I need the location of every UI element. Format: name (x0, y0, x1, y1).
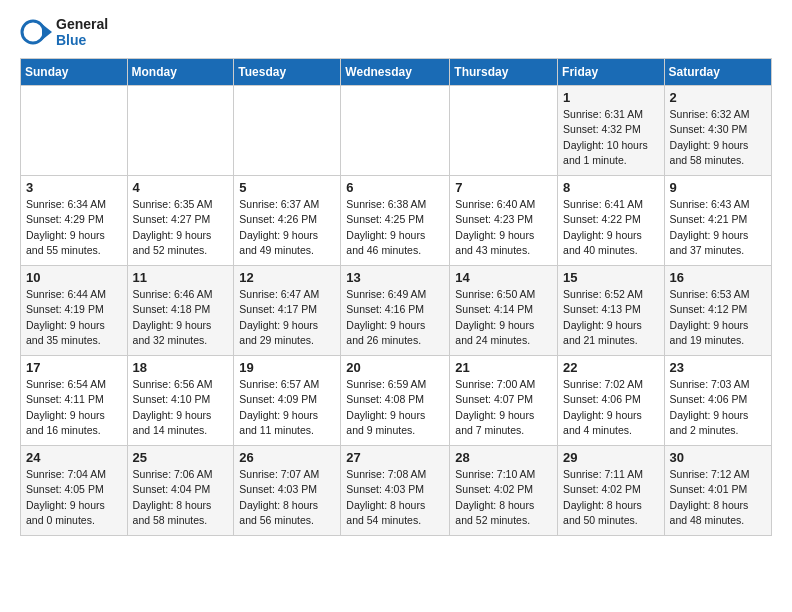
calendar-cell: 27Sunrise: 7:08 AMSunset: 4:03 PMDayligh… (341, 446, 450, 536)
day-number: 11 (133, 270, 229, 285)
calendar-cell: 11Sunrise: 6:46 AMSunset: 4:18 PMDayligh… (127, 266, 234, 356)
day-header-sunday: Sunday (21, 59, 128, 86)
day-number: 12 (239, 270, 335, 285)
calendar-cell: 10Sunrise: 6:44 AMSunset: 4:19 PMDayligh… (21, 266, 128, 356)
calendar-cell: 29Sunrise: 7:11 AMSunset: 4:02 PMDayligh… (558, 446, 665, 536)
calendar-cell: 19Sunrise: 6:57 AMSunset: 4:09 PMDayligh… (234, 356, 341, 446)
day-number: 28 (455, 450, 552, 465)
day-info: Sunrise: 6:43 AMSunset: 4:21 PMDaylight:… (670, 197, 766, 258)
svg-point-0 (22, 21, 44, 43)
day-info: Sunrise: 6:52 AMSunset: 4:13 PMDaylight:… (563, 287, 659, 348)
calendar-cell (21, 86, 128, 176)
day-number: 15 (563, 270, 659, 285)
day-info: Sunrise: 6:40 AMSunset: 4:23 PMDaylight:… (455, 197, 552, 258)
day-info: Sunrise: 7:10 AMSunset: 4:02 PMDaylight:… (455, 467, 552, 528)
calendar-cell: 5Sunrise: 6:37 AMSunset: 4:26 PMDaylight… (234, 176, 341, 266)
calendar-cell: 22Sunrise: 7:02 AMSunset: 4:06 PMDayligh… (558, 356, 665, 446)
day-info: Sunrise: 6:49 AMSunset: 4:16 PMDaylight:… (346, 287, 444, 348)
day-number: 9 (670, 180, 766, 195)
day-header-wednesday: Wednesday (341, 59, 450, 86)
calendar-cell: 23Sunrise: 7:03 AMSunset: 4:06 PMDayligh… (664, 356, 771, 446)
calendar-cell: 24Sunrise: 7:04 AMSunset: 4:05 PMDayligh… (21, 446, 128, 536)
logo-svg (20, 16, 52, 48)
day-number: 14 (455, 270, 552, 285)
day-number: 23 (670, 360, 766, 375)
calendar-week-4: 24Sunrise: 7:04 AMSunset: 4:05 PMDayligh… (21, 446, 772, 536)
day-header-thursday: Thursday (450, 59, 558, 86)
day-info: Sunrise: 7:11 AMSunset: 4:02 PMDaylight:… (563, 467, 659, 528)
day-info: Sunrise: 6:41 AMSunset: 4:22 PMDaylight:… (563, 197, 659, 258)
day-info: Sunrise: 7:12 AMSunset: 4:01 PMDaylight:… (670, 467, 766, 528)
calendar-cell: 25Sunrise: 7:06 AMSunset: 4:04 PMDayligh… (127, 446, 234, 536)
calendar-cell: 3Sunrise: 6:34 AMSunset: 4:29 PMDaylight… (21, 176, 128, 266)
day-info: Sunrise: 6:53 AMSunset: 4:12 PMDaylight:… (670, 287, 766, 348)
day-info: Sunrise: 6:34 AMSunset: 4:29 PMDaylight:… (26, 197, 122, 258)
day-info: Sunrise: 6:54 AMSunset: 4:11 PMDaylight:… (26, 377, 122, 438)
day-header-tuesday: Tuesday (234, 59, 341, 86)
day-info: Sunrise: 7:08 AMSunset: 4:03 PMDaylight:… (346, 467, 444, 528)
calendar-cell: 13Sunrise: 6:49 AMSunset: 4:16 PMDayligh… (341, 266, 450, 356)
day-number: 18 (133, 360, 229, 375)
logo-blue: Blue (56, 32, 108, 48)
calendar-week-1: 3Sunrise: 6:34 AMSunset: 4:29 PMDaylight… (21, 176, 772, 266)
day-number: 22 (563, 360, 659, 375)
calendar-cell: 20Sunrise: 6:59 AMSunset: 4:08 PMDayligh… (341, 356, 450, 446)
day-info: Sunrise: 6:44 AMSunset: 4:19 PMDaylight:… (26, 287, 122, 348)
calendar-cell: 8Sunrise: 6:41 AMSunset: 4:22 PMDaylight… (558, 176, 665, 266)
day-number: 24 (26, 450, 122, 465)
day-info: Sunrise: 6:46 AMSunset: 4:18 PMDaylight:… (133, 287, 229, 348)
day-info: Sunrise: 6:59 AMSunset: 4:08 PMDaylight:… (346, 377, 444, 438)
calendar-cell: 28Sunrise: 7:10 AMSunset: 4:02 PMDayligh… (450, 446, 558, 536)
page: General Blue SundayMondayTuesdayWednesda… (0, 0, 792, 546)
day-info: Sunrise: 6:35 AMSunset: 4:27 PMDaylight:… (133, 197, 229, 258)
day-number: 17 (26, 360, 122, 375)
day-number: 20 (346, 360, 444, 375)
day-info: Sunrise: 6:38 AMSunset: 4:25 PMDaylight:… (346, 197, 444, 258)
calendar-table: SundayMondayTuesdayWednesdayThursdayFrid… (20, 58, 772, 536)
day-info: Sunrise: 6:31 AMSunset: 4:32 PMDaylight:… (563, 107, 659, 168)
calendar-cell: 1Sunrise: 6:31 AMSunset: 4:32 PMDaylight… (558, 86, 665, 176)
day-number: 19 (239, 360, 335, 375)
day-number: 13 (346, 270, 444, 285)
day-number: 8 (563, 180, 659, 195)
day-info: Sunrise: 6:37 AMSunset: 4:26 PMDaylight:… (239, 197, 335, 258)
calendar-cell: 14Sunrise: 6:50 AMSunset: 4:14 PMDayligh… (450, 266, 558, 356)
logo-container: General Blue (20, 16, 108, 48)
calendar-week-0: 1Sunrise: 6:31 AMSunset: 4:32 PMDaylight… (21, 86, 772, 176)
day-number: 16 (670, 270, 766, 285)
calendar-cell (450, 86, 558, 176)
day-number: 21 (455, 360, 552, 375)
calendar-cell: 9Sunrise: 6:43 AMSunset: 4:21 PMDaylight… (664, 176, 771, 266)
logo: General Blue (20, 16, 108, 48)
calendar-cell: 26Sunrise: 7:07 AMSunset: 4:03 PMDayligh… (234, 446, 341, 536)
day-number: 2 (670, 90, 766, 105)
day-number: 29 (563, 450, 659, 465)
day-info: Sunrise: 7:07 AMSunset: 4:03 PMDaylight:… (239, 467, 335, 528)
calendar-cell: 4Sunrise: 6:35 AMSunset: 4:27 PMDaylight… (127, 176, 234, 266)
calendar-cell: 17Sunrise: 6:54 AMSunset: 4:11 PMDayligh… (21, 356, 128, 446)
day-number: 27 (346, 450, 444, 465)
calendar-cell: 30Sunrise: 7:12 AMSunset: 4:01 PMDayligh… (664, 446, 771, 536)
day-info: Sunrise: 6:32 AMSunset: 4:30 PMDaylight:… (670, 107, 766, 168)
day-number: 3 (26, 180, 122, 195)
day-number: 6 (346, 180, 444, 195)
svg-marker-1 (42, 24, 52, 40)
day-info: Sunrise: 6:47 AMSunset: 4:17 PMDaylight:… (239, 287, 335, 348)
day-info: Sunrise: 6:57 AMSunset: 4:09 PMDaylight:… (239, 377, 335, 438)
day-number: 7 (455, 180, 552, 195)
day-header-monday: Monday (127, 59, 234, 86)
day-number: 30 (670, 450, 766, 465)
day-number: 1 (563, 90, 659, 105)
calendar-cell: 21Sunrise: 7:00 AMSunset: 4:07 PMDayligh… (450, 356, 558, 446)
calendar-cell: 16Sunrise: 6:53 AMSunset: 4:12 PMDayligh… (664, 266, 771, 356)
calendar-week-3: 17Sunrise: 6:54 AMSunset: 4:11 PMDayligh… (21, 356, 772, 446)
day-number: 10 (26, 270, 122, 285)
day-info: Sunrise: 7:06 AMSunset: 4:04 PMDaylight:… (133, 467, 229, 528)
day-number: 25 (133, 450, 229, 465)
calendar-cell: 18Sunrise: 6:56 AMSunset: 4:10 PMDayligh… (127, 356, 234, 446)
day-header-friday: Friday (558, 59, 665, 86)
day-info: Sunrise: 6:50 AMSunset: 4:14 PMDaylight:… (455, 287, 552, 348)
day-info: Sunrise: 7:04 AMSunset: 4:05 PMDaylight:… (26, 467, 122, 528)
day-header-saturday: Saturday (664, 59, 771, 86)
day-info: Sunrise: 7:00 AMSunset: 4:07 PMDaylight:… (455, 377, 552, 438)
